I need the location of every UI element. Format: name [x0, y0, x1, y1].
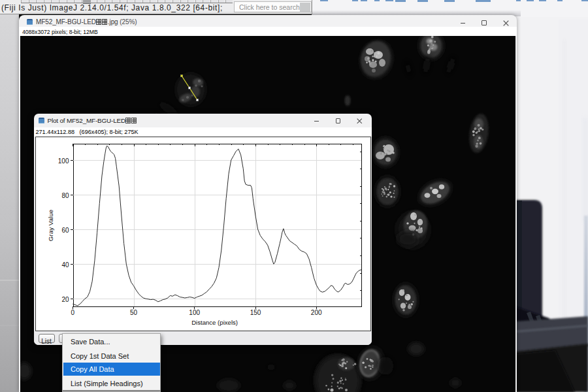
svg-text:200: 200 — [311, 309, 322, 316]
svg-text:0: 0 — [71, 309, 75, 316]
svg-text:50: 50 — [130, 309, 138, 316]
svg-text:80: 80 — [61, 191, 69, 199]
svg-text:150: 150 — [250, 309, 261, 316]
svg-text:100: 100 — [189, 309, 200, 316]
svg-text:60: 60 — [61, 226, 69, 233]
svg-text:Gray Value: Gray Value — [47, 209, 54, 241]
svg-text:20: 20 — [61, 295, 69, 302]
svg-text:40: 40 — [61, 261, 69, 268]
svg-text:Distance (pixels): Distance (pixels) — [191, 318, 238, 325]
svg-text:100: 100 — [58, 157, 69, 164]
